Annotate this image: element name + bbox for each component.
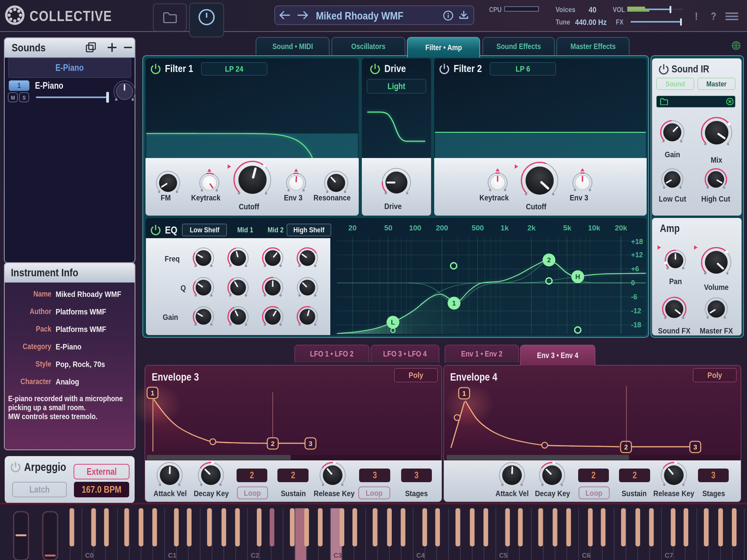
- svg-text:C7: C7: [665, 552, 673, 559]
- svg-text:C2: C2: [251, 552, 259, 559]
- svg-text:C6: C6: [582, 552, 591, 559]
- svg-text:C1: C1: [168, 552, 177, 559]
- svg-text:C5: C5: [499, 552, 508, 559]
- svg-text:C0: C0: [85, 552, 94, 559]
- svg-text:C3: C3: [333, 552, 342, 559]
- svg-text:C4: C4: [416, 552, 425, 559]
